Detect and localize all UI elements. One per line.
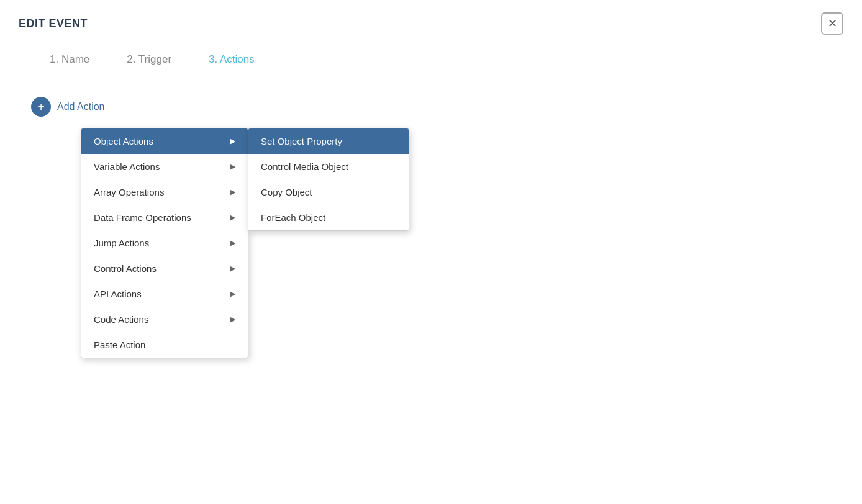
submenu-chevron-api: ▶ [230,290,235,298]
menu-item-data-frame-operations-label: Data Frame Operations [94,212,191,223]
add-action-label: Add Action [57,101,105,112]
copy-object-label: Copy Object [261,187,312,197]
menu-item-paste-action[interactable]: Paste Action [81,332,248,358]
steps-navigation: 1. Name 2. Trigger 3. Actions [0,41,862,78]
header: EDIT EVENT ✕ [0,0,862,41]
submenu-chevron-variable-actions: ▶ [230,163,235,171]
menu-item-code-actions[interactable]: Code Actions ▶ [81,307,248,332]
menu-item-object-actions[interactable]: Object Actions ▶ [81,128,248,154]
menu-item-paste-action-label: Paste Action [94,340,145,350]
close-button[interactable]: ✕ [821,12,843,35]
menu-item-api-actions[interactable]: API Actions ▶ [81,281,248,307]
step-name[interactable]: 1. Name [50,53,89,68]
add-action-icon: + [31,97,51,117]
menu-item-object-actions-label: Object Actions [94,136,153,146]
submenu-chevron-object-actions: ▶ [230,137,235,145]
menu-item-array-operations-label: Array Operations [94,187,164,197]
control-media-object-label: Control Media Object [261,161,348,172]
secondary-menu: Set Object Property Control Media Object… [248,128,409,231]
step-actions[interactable]: 3. Actions [209,53,255,68]
menu-item-control-actions[interactable]: Control Actions ▶ [81,256,248,281]
menu-item-jump-actions[interactable]: Jump Actions ▶ [81,230,248,256]
add-action-button[interactable]: + Add Action [31,97,831,117]
close-icon: ✕ [828,17,837,30]
primary-menu: Object Actions ▶ Variable Actions ▶ Arra… [81,128,248,358]
menu-secondary-item-foreach-object[interactable]: ForEach Object [248,205,409,230]
set-object-property-label: Set Object Property [261,136,342,146]
plus-icon: + [37,101,45,113]
menu-secondary-item-set-object-property[interactable]: Set Object Property [248,128,409,154]
content-area: + Add Action Object Actions ▶ Variable A… [0,78,862,142]
submenu-chevron-jump: ▶ [230,239,235,247]
menu-item-variable-actions[interactable]: Variable Actions ▶ [81,154,248,179]
submenu-chevron-data-frame: ▶ [230,214,235,222]
page-wrapper: EDIT EVENT ✕ 1. Name 2. Trigger 3. Actio… [0,0,862,504]
menu-secondary-item-copy-object[interactable]: Copy Object [248,179,409,205]
menu-item-jump-actions-label: Jump Actions [94,238,149,248]
menu-secondary-item-control-media-object[interactable]: Control Media Object [248,154,409,179]
menu-item-variable-actions-label: Variable Actions [94,161,160,172]
page-title: EDIT EVENT [19,17,88,30]
submenu-chevron-control: ▶ [230,264,235,272]
menu-item-control-actions-label: Control Actions [94,263,157,274]
step-trigger[interactable]: 2. Trigger [127,53,171,68]
menu-item-api-actions-label: API Actions [94,289,142,299]
submenu-chevron-code: ▶ [230,315,235,323]
menu-item-code-actions-label: Code Actions [94,314,148,325]
submenu-chevron-array-operations: ▶ [230,188,235,196]
menu-item-data-frame-operations[interactable]: Data Frame Operations ▶ [81,205,248,230]
menu-container: Object Actions ▶ Variable Actions ▶ Arra… [81,128,409,358]
foreach-object-label: ForEach Object [261,212,325,223]
menu-item-array-operations[interactable]: Array Operations ▶ [81,179,248,205]
